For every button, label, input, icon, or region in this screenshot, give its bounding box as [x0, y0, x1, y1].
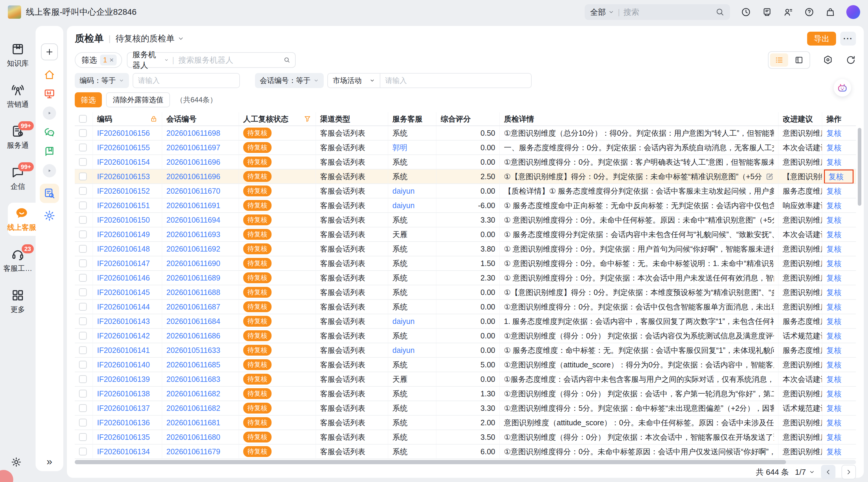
- review-action-link[interactable]: 复核: [827, 331, 841, 341]
- export-button[interactable]: 导出: [807, 32, 836, 46]
- search-icon[interactable]: [284, 56, 290, 64]
- review-action-link[interactable]: 复核: [827, 244, 841, 254]
- code-link[interactable]: IF20260106155: [97, 143, 150, 152]
- row-checkbox[interactable]: [79, 317, 87, 325]
- review-action-link[interactable]: 复核: [827, 143, 841, 152]
- code-link[interactable]: IF20260106142: [97, 332, 150, 340]
- rail-button-home-icon[interactable]: [43, 68, 56, 81]
- session-link[interactable]: 2026010611692: [166, 245, 220, 253]
- row-checkbox[interactable]: [79, 361, 87, 369]
- campaign-select[interactable]: 市场活动: [328, 74, 380, 87]
- code-link[interactable]: IF20260106139: [97, 375, 150, 384]
- vertical-scrollbar[interactable]: [858, 128, 861, 206]
- code-link[interactable]: IF20260106140: [97, 361, 150, 369]
- session-link[interactable]: 2026010611682: [166, 389, 220, 398]
- table-settings-icon[interactable]: [823, 55, 833, 65]
- sidebar-item-线上客服[interactable]: 线上客服: [8, 203, 36, 236]
- sidebar-item-营销通[interactable]: 营销通: [0, 80, 36, 113]
- review-action-link[interactable]: 复核: [827, 157, 841, 167]
- workbench-icon[interactable]: [762, 7, 772, 17]
- agent-link[interactable]: daiyun: [393, 317, 415, 326]
- rail-button-plus-icon[interactable]: [41, 44, 58, 60]
- column-header-会话编号[interactable]: 会话编号: [162, 112, 239, 125]
- code-link[interactable]: IF20260106148: [97, 245, 150, 253]
- review-action-link[interactable]: 复核: [829, 172, 844, 181]
- refresh-icon[interactable]: [846, 55, 856, 65]
- horizontal-scrollbar-thumb[interactable]: [75, 460, 786, 464]
- review-action-link[interactable]: 复核: [827, 447, 841, 457]
- review-action-link[interactable]: 复核: [827, 215, 841, 225]
- collapse-rail-button[interactable]: »: [47, 456, 53, 466]
- row-checkbox[interactable]: [79, 448, 87, 455]
- sidebar-item-服务通[interactable]: 99+服务通: [0, 121, 36, 154]
- row-checkbox[interactable]: [79, 245, 87, 253]
- review-action-link[interactable]: 复核: [827, 374, 841, 384]
- ai-assistant-button[interactable]: [834, 79, 851, 96]
- session-link[interactable]: 2026010611698: [166, 129, 220, 138]
- column-header-人工复核状态[interactable]: 人工复核状态: [239, 112, 316, 125]
- code-link[interactable]: IF20260106145: [97, 288, 150, 297]
- session-link[interactable]: 2026010611681: [166, 418, 220, 427]
- review-action-link[interactable]: 复核: [827, 302, 841, 312]
- row-checkbox[interactable]: [79, 187, 87, 195]
- robot-search-scope[interactable]: 服务机器人: [132, 50, 168, 70]
- session-link[interactable]: 2026010611696: [166, 158, 220, 167]
- funnel-icon[interactable]: [304, 115, 311, 123]
- code-link[interactable]: IF20260106152: [97, 187, 150, 195]
- column-header-质检详情[interactable]: 质检详情: [500, 112, 778, 125]
- code-link[interactable]: IF20260106143: [97, 317, 150, 326]
- agent-link[interactable]: daiyun: [393, 201, 415, 210]
- next-page-button[interactable]: [841, 465, 856, 479]
- code-link[interactable]: IF20260106147: [97, 259, 150, 268]
- robot-search[interactable]: 服务机器人 |: [127, 52, 296, 68]
- session-link[interactable]: 2026010611679: [166, 447, 220, 456]
- review-action-link[interactable]: 复核: [827, 389, 841, 399]
- clear-filter-icon[interactable]: ×: [110, 56, 114, 64]
- view-selector[interactable]: 待复核的质检单: [116, 33, 184, 44]
- code-link[interactable]: IF20260106156: [97, 129, 150, 138]
- column-header-综合评分[interactable]: 综合评分: [436, 112, 500, 125]
- session-link[interactable]: 2026010611697: [166, 143, 220, 152]
- code-link[interactable]: IF20260106135: [97, 433, 150, 442]
- session-link[interactable]: 2026010611682: [166, 404, 220, 413]
- row-checkbox[interactable]: [79, 201, 87, 209]
- rail-button-play-icon[interactable]: [43, 107, 56, 120]
- code-link[interactable]: IF20260106141: [97, 346, 150, 355]
- row-checkbox[interactable]: [79, 433, 87, 441]
- review-action-link[interactable]: 复核: [827, 432, 841, 442]
- code-operator-select[interactable]: 编码：等于: [75, 73, 129, 88]
- session-link[interactable]: 2026010611686: [166, 332, 220, 340]
- column-header-改进建议[interactable]: 改进建议: [778, 112, 822, 125]
- campaign-filter-input[interactable]: [380, 74, 531, 87]
- review-action-link[interactable]: 复核: [827, 230, 841, 239]
- session-link[interactable]: 2026010611680: [166, 433, 220, 442]
- more-actions-button[interactable]: ···: [840, 32, 856, 46]
- split-view-toggle[interactable]: [790, 53, 808, 67]
- row-checkbox[interactable]: [79, 144, 87, 151]
- sidebar-item-企信[interactable]: 99+企信: [0, 162, 36, 195]
- review-action-link[interactable]: 复核: [827, 403, 841, 413]
- prev-page-button[interactable]: [821, 465, 835, 479]
- row-checkbox[interactable]: [79, 129, 87, 137]
- code-link[interactable]: IF20260106151: [97, 201, 150, 210]
- robot-search-input[interactable]: [178, 55, 280, 65]
- row-checkbox[interactable]: [79, 274, 87, 282]
- review-action-link[interactable]: 复核: [827, 273, 841, 283]
- history-icon[interactable]: [741, 7, 751, 17]
- code-link[interactable]: IF20260106146: [97, 274, 150, 282]
- select-all-checkbox[interactable]: [79, 115, 87, 123]
- code-link[interactable]: IF20260106137: [97, 404, 150, 413]
- code-link[interactable]: IF20260106134: [97, 447, 150, 456]
- code-link[interactable]: IF20260106144: [97, 303, 150, 311]
- apply-filter-button[interactable]: 筛选: [75, 92, 102, 107]
- review-action-link[interactable]: 复核: [827, 345, 841, 355]
- rail-button-monitor-icon[interactable]: [43, 87, 56, 100]
- rail-button-gear-icon[interactable]: [43, 209, 56, 222]
- session-operator-select[interactable]: 会话编号：等于: [255, 73, 324, 88]
- session-link[interactable]: 2026010611685: [166, 361, 220, 369]
- review-action-link[interactable]: 复核: [827, 316, 841, 327]
- column-header-编码[interactable]: 编码: [93, 112, 162, 125]
- review-action-link[interactable]: 复核: [827, 258, 841, 268]
- row-checkbox[interactable]: [79, 259, 87, 267]
- settings-gear-icon[interactable]: [11, 457, 22, 467]
